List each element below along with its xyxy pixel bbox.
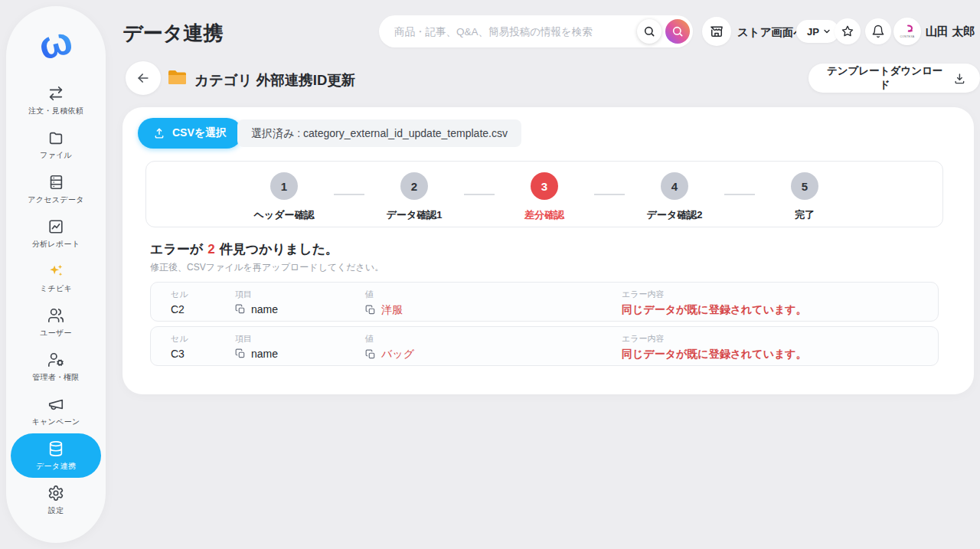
sidebar-item-access-data[interactable]: アクセスデータ — [11, 167, 101, 211]
copy-icon[interactable] — [365, 305, 376, 315]
search-input[interactable] — [394, 26, 637, 38]
step-label: 完了 — [795, 208, 815, 222]
sidebar-item-files[interactable]: ファイル — [11, 123, 101, 167]
arrow-left-icon — [136, 70, 151, 86]
step-number: 3 — [531, 172, 558, 200]
step-label: データ確認2 — [647, 208, 703, 222]
search-button-primary[interactable] — [665, 19, 690, 44]
sidebar-item-campaigns[interactable]: キャンペーン — [11, 389, 101, 433]
error-list: セル C2 項目 name 値 洋服 エラー内容 同じデータが既に登録されていま — [150, 282, 939, 371]
select-csv-label: CSVを選択 — [172, 126, 227, 140]
search-icon — [643, 25, 655, 38]
store-screen-label[interactable]: ストア画面へ — [737, 25, 805, 40]
error-heading-suffix: 件見つかりました。 — [220, 242, 338, 257]
error-row: セル C3 項目 name 値 バッグ エラー内容 同じデータが既に登録されてい — [150, 326, 939, 366]
column-header-field: 項目 — [235, 289, 365, 300]
subpage-title: カテゴリ 外部連携ID更新 — [194, 70, 355, 90]
error-subtext: 修正後、CSVファイルを再アップロードしてください。 — [150, 261, 384, 274]
users-icon — [47, 307, 64, 324]
error-detail: 同じデータが既に登録されています。 — [622, 303, 938, 317]
sidebar-item-label: キャンペーン — [32, 417, 80, 427]
sidebar-item-admins[interactable]: 管理者・権限 — [11, 345, 101, 389]
store-screen-button[interactable] — [702, 17, 731, 46]
template-download-label: テンプレートダウンロード — [822, 64, 947, 92]
column-header-cell: セル — [171, 289, 235, 300]
sidebar-item-label: 注文・見積依頼 — [28, 106, 83, 116]
global-search — [379, 15, 693, 47]
sidebar-item-label: 管理者・権限 — [32, 372, 80, 383]
upload-icon — [153, 127, 165, 139]
chevron-down-icon — [822, 27, 831, 36]
column-header-detail: エラー内容 — [622, 333, 938, 345]
sidebar-item-reports[interactable]: 分析レポート — [11, 211, 101, 256]
sidebar-item-users[interactable]: ユーザー — [11, 300, 101, 345]
swap-arrows-icon — [47, 85, 64, 102]
error-count: 2 — [203, 242, 219, 257]
error-heading: エラーが2件見つかりました。 — [150, 240, 338, 258]
language-label: JP — [807, 26, 819, 38]
step-connector — [334, 194, 364, 195]
chart-icon — [47, 218, 64, 235]
content-card: CSVを選択 選択済み : category_external_id_updat… — [122, 107, 974, 394]
avatar-brand-text: CONTEXA — [900, 35, 914, 38]
sparkles-icon — [47, 263, 64, 279]
favorites-button[interactable] — [835, 18, 861, 44]
user-name: 山田 太郎 — [926, 25, 975, 39]
sidebar-item-settings[interactable]: 設定 — [11, 478, 101, 522]
select-csv-button[interactable]: CSVを選択 — [138, 118, 242, 149]
step-header-check: 1 ヘッダー確認 — [234, 172, 334, 222]
column-header-value: 値 — [365, 289, 622, 300]
cell-value: C2 — [171, 303, 235, 315]
selected-file-name: 選択済み : category_external_id_update_templ… — [237, 119, 521, 147]
step-number: 5 — [791, 172, 818, 200]
megaphone-icon — [47, 396, 64, 413]
error-detail: 同じデータが既に登録されています。 — [622, 348, 938, 361]
sidebar-item-label: 分析レポート — [32, 239, 80, 250]
error-value: 洋服 — [381, 303, 403, 317]
step-number: 4 — [661, 172, 688, 200]
folder-icon — [47, 129, 64, 146]
storefront-icon — [709, 24, 724, 39]
cell-value: C3 — [171, 348, 235, 360]
search-button-secondary[interactable] — [637, 19, 662, 44]
field-value: name — [251, 348, 278, 360]
star-icon — [841, 25, 854, 38]
sidebar-item-michibiki[interactable]: ミチビキ — [11, 256, 101, 300]
copy-icon[interactable] — [235, 348, 246, 359]
step-connector — [594, 194, 625, 195]
copy-icon[interactable] — [235, 304, 246, 315]
app-logo[interactable]: ω — [33, 21, 79, 69]
step-number: 2 — [400, 172, 428, 200]
notifications-button[interactable] — [865, 18, 891, 44]
copy-icon[interactable] — [365, 349, 376, 360]
sidebar-item-label: ミチビキ — [40, 283, 72, 294]
step-data-check-1: 2 データ確認1 — [364, 172, 464, 222]
column-header-field: 項目 — [235, 333, 365, 345]
sidebar-item-data-integration[interactable]: データ連携 — [11, 433, 101, 478]
sidebar-item-label: ファイル — [40, 150, 72, 161]
step-connector — [464, 194, 495, 195]
step-diff-check-active: 3 差分確認 — [495, 172, 594, 222]
search-icon — [671, 25, 684, 38]
brand-mark-icon — [902, 25, 913, 34]
column-header-cell: セル — [171, 333, 235, 345]
user-gear-icon — [47, 351, 64, 368]
template-download-button[interactable]: テンプレートダウンロード — [808, 64, 980, 93]
stepper: 1 ヘッダー確認 2 データ確認1 3 差分確認 4 データ確認2 5 完了 — [145, 161, 943, 227]
sidebar-item-orders[interactable]: 注文・見積依頼 — [11, 78, 101, 123]
logo-icon: ω — [34, 23, 78, 67]
sidebar-item-label: データ連携 — [36, 461, 76, 472]
error-value: バッグ — [381, 348, 414, 361]
step-number: 1 — [270, 172, 298, 200]
step-label: 差分確認 — [524, 208, 564, 222]
back-button[interactable] — [126, 61, 161, 95]
folder-icon — [167, 68, 188, 87]
error-row: セル C2 項目 name 値 洋服 エラー内容 同じデータが既に登録されていま — [150, 282, 939, 322]
language-selector[interactable]: JP — [796, 20, 839, 43]
avatar[interactable]: CONTEXA — [893, 18, 921, 45]
database-icon — [47, 440, 64, 457]
sidebar-item-label: ユーザー — [40, 328, 72, 338]
gear-icon — [47, 485, 64, 502]
step-label: ヘッダー確認 — [254, 208, 315, 222]
field-value: name — [251, 303, 278, 315]
